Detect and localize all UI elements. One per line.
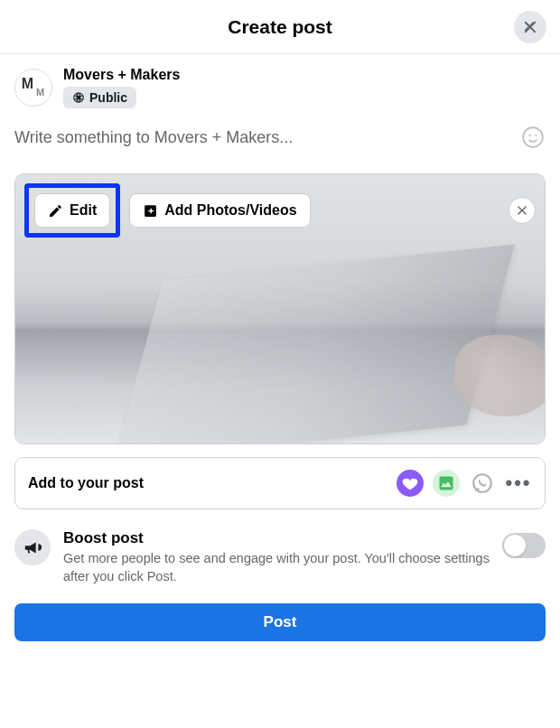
author-row: MM Movers + Makers Public xyxy=(0,54,560,108)
media-controls: Edit Add Photos/Videos xyxy=(24,183,536,238)
svg-point-0 xyxy=(523,127,543,147)
add-media-icon xyxy=(143,203,158,219)
add-to-post-label: Add to your post xyxy=(28,475,397,491)
remove-media-button[interactable] xyxy=(509,197,536,224)
compose-placeholder: Write something to Movers + Makers... xyxy=(14,128,520,147)
close-button[interactable] xyxy=(514,11,546,43)
pencil-icon xyxy=(48,203,63,219)
compose-area[interactable]: Write something to Movers + Makers... xyxy=(0,108,560,159)
more-options-button[interactable]: ••• xyxy=(505,470,532,497)
boost-text: Boost post Get more people to see and en… xyxy=(63,529,490,585)
tutorial-highlight: Edit xyxy=(24,183,120,238)
add-to-post-icons: ••• xyxy=(397,470,532,497)
feeling-activity-button[interactable] xyxy=(397,470,424,497)
whatsapp-button[interactable] xyxy=(469,470,496,497)
dialog-header: Create post xyxy=(0,0,560,54)
privacy-selector[interactable]: Public xyxy=(63,87,136,108)
privacy-label: Public xyxy=(89,90,127,105)
add-to-post-bar[interactable]: Add to your post ••• xyxy=(14,457,546,509)
ellipsis-icon: ••• xyxy=(505,473,531,493)
smiley-icon xyxy=(521,126,545,149)
megaphone-avatar xyxy=(14,529,51,565)
globe-icon xyxy=(72,91,85,104)
avatar-initial: M xyxy=(22,76,33,92)
author-info: Movers + Makers Public xyxy=(63,67,180,108)
emoji-picker-button[interactable] xyxy=(520,125,546,150)
edit-media-button[interactable]: Edit xyxy=(34,193,110,228)
edit-label: Edit xyxy=(70,202,97,219)
add-media-label: Add Photos/Videos xyxy=(164,202,296,219)
boost-post-row: Boost post Get more people to see and en… xyxy=(14,529,546,585)
boost-toggle[interactable] xyxy=(502,533,546,558)
megaphone-icon xyxy=(23,537,42,557)
author-name: Movers + Makers xyxy=(63,67,180,83)
photo-icon xyxy=(437,474,455,492)
close-icon xyxy=(522,19,538,35)
page-avatar[interactable]: MM xyxy=(14,69,52,107)
svg-point-2 xyxy=(535,135,537,136)
boost-description: Get more people to see and engage with y… xyxy=(63,550,490,585)
svg-point-1 xyxy=(529,135,531,136)
photo-video-button[interactable] xyxy=(433,470,460,497)
dialog-title: Create post xyxy=(228,16,332,38)
media-preview: Edit Add Photos/Videos xyxy=(14,173,546,444)
boost-title: Boost post xyxy=(63,529,490,547)
post-button[interactable]: Post xyxy=(14,603,546,641)
toggle-knob xyxy=(504,535,526,556)
close-icon xyxy=(516,204,528,217)
heart-chat-icon xyxy=(401,474,419,492)
add-photos-videos-button[interactable]: Add Photos/Videos xyxy=(129,193,310,228)
whatsapp-icon xyxy=(471,471,494,495)
svg-point-3 xyxy=(473,474,491,492)
